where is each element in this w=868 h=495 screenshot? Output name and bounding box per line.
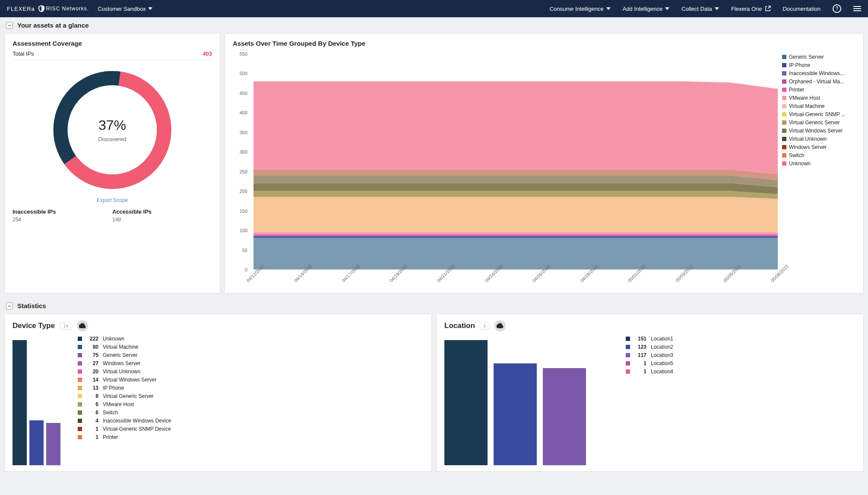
- location-title: Location: [444, 322, 475, 330]
- legend-swatch: [782, 120, 786, 125]
- legend-swatch: [782, 161, 786, 166]
- ip-columns: Inaccessible IPs 254 Accessible IPs 149: [13, 208, 212, 223]
- legend-swatch: [626, 337, 630, 341]
- external-link-icon: [765, 6, 771, 12]
- legend-swatch: [782, 129, 786, 133]
- legend-swatch: [782, 153, 786, 158]
- legend-swatch: [782, 137, 786, 141]
- legend-item[interactable]: IP Phone: [782, 62, 855, 68]
- legend-swatch: [626, 345, 630, 349]
- legend-item[interactable]: 14Virtual Windows Server: [78, 377, 424, 383]
- cloud-download-icon: [79, 323, 86, 328]
- legend-item[interactable]: Generic Server: [782, 54, 855, 60]
- collapse-button[interactable]: −: [6, 22, 13, 29]
- chevron-down-icon: [665, 7, 669, 10]
- legend-item[interactable]: VMware Host: [782, 95, 855, 101]
- legend-swatch: [782, 145, 786, 149]
- accessible-ips-value: 149: [112, 217, 212, 223]
- bar[interactable]: [444, 340, 488, 465]
- legend-item[interactable]: 75Generic Server: [78, 352, 424, 358]
- coverage-title: Assessment Coverage: [13, 40, 212, 47]
- legend-item[interactable]: 4Inaccessible Windows Device: [78, 418, 424, 424]
- nav-consume-intelligence[interactable]: Consume Intelligence: [550, 6, 611, 12]
- legend-swatch: [78, 410, 82, 415]
- legend-item[interactable]: Inaccessible Windows...: [782, 70, 855, 76]
- aot-legend: Generic ServerIP PhoneInaccessible Windo…: [782, 54, 855, 287]
- legend-item[interactable]: 117Location3: [626, 352, 855, 358]
- legend-item[interactable]: Virtual Machine: [782, 103, 855, 109]
- y-tick: 50: [242, 248, 247, 253]
- export-scope-link[interactable]: Export Scope: [13, 197, 212, 203]
- legend-swatch: [782, 112, 786, 117]
- legend-item[interactable]: 1Location4: [626, 369, 855, 375]
- legend-item[interactable]: Virtual Generic Server: [782, 120, 855, 126]
- help-button[interactable]: ?: [833, 4, 841, 13]
- legend-item[interactable]: 151Location1: [626, 336, 855, 342]
- legend-swatch: [78, 361, 82, 366]
- device-type-title: Device Type: [13, 322, 55, 330]
- y-tick: 550: [240, 51, 247, 57]
- inaccessible-ips-label: Inaccessible IPs: [13, 208, 112, 215]
- nav-documentation[interactable]: Documentation: [783, 6, 820, 12]
- nav-collect-data[interactable]: Collect Data: [681, 6, 719, 12]
- location-card: Location 5 151Location1123Location2117Lo…: [436, 314, 864, 472]
- bar[interactable]: [29, 420, 44, 466]
- menu-button[interactable]: [853, 6, 861, 11]
- legend-item[interactable]: 1Printer: [78, 434, 424, 440]
- legend-item[interactable]: Switch: [782, 152, 855, 158]
- legend-swatch: [78, 378, 82, 382]
- aot-chart[interactable]: 050100150200250300350400450500550 04/12/…: [233, 54, 778, 287]
- total-ips-label: Total IPs: [13, 50, 34, 57]
- legend-item[interactable]: 80Virtual Machine: [78, 344, 424, 350]
- device-type-bars[interactable]: [13, 336, 60, 465]
- legend-item[interactable]: 8Virtual Generic Server: [78, 393, 424, 399]
- legend-swatch: [782, 104, 786, 108]
- y-tick: 100: [240, 228, 247, 233]
- bar[interactable]: [46, 423, 60, 465]
- legend-item[interactable]: Virtual Windows Server: [782, 128, 855, 134]
- legend-item[interactable]: Orphaned - Virtual Ma...: [782, 79, 855, 85]
- legend-swatch: [78, 337, 82, 341]
- y-tick: 0: [245, 267, 247, 272]
- legend-item[interactable]: 6Switch: [78, 410, 424, 416]
- y-tick: 400: [240, 110, 247, 115]
- device-type-legend: 222Unknown80Virtual Machine75Generic Ser…: [78, 336, 424, 465]
- legend-item[interactable]: 6VMware Host: [78, 401, 424, 407]
- legend-item[interactable]: 13IP Phone: [78, 385, 424, 391]
- logo[interactable]: FLEXERa RISC Networks.: [7, 5, 89, 12]
- y-tick: 350: [240, 130, 247, 135]
- bar[interactable]: [543, 368, 586, 465]
- legend-item[interactable]: Unknown: [782, 161, 855, 167]
- legend-item[interactable]: Windows Server: [782, 144, 855, 150]
- bar[interactable]: [494, 363, 537, 465]
- legend-swatch: [78, 402, 82, 407]
- legend-item[interactable]: Printer: [782, 87, 855, 93]
- assessment-coverage-card: Assessment Coverage Total IPs 403 37% Di…: [4, 33, 220, 293]
- y-tick: 150: [240, 208, 247, 214]
- bar[interactable]: [13, 340, 27, 465]
- legend-swatch: [782, 88, 786, 92]
- location-bars[interactable]: [444, 336, 608, 465]
- legend-item[interactable]: 1Location5: [626, 360, 855, 366]
- nav-add-intelligence[interactable]: Add Intelligence: [623, 6, 670, 12]
- legend-swatch: [626, 361, 630, 366]
- device-type-card: Device Type 14 222Unknown80Virtual Machi…: [4, 314, 432, 472]
- download-button[interactable]: [494, 320, 506, 331]
- legend-swatch: [78, 419, 82, 423]
- legend-item[interactable]: 123Location2: [626, 344, 855, 350]
- legend-item[interactable]: Virtual Unknown: [782, 136, 855, 142]
- collapse-button[interactable]: −: [6, 303, 13, 309]
- y-tick: 200: [240, 189, 247, 194]
- legend-swatch: [782, 71, 786, 76]
- legend-swatch: [782, 55, 786, 59]
- nav-flexera-one[interactable]: Flexera One: [731, 6, 771, 12]
- sandbox-dropdown[interactable]: Customer Sandbox: [98, 6, 152, 12]
- legend-item[interactable]: 27Windows Server: [78, 360, 424, 366]
- legend-item[interactable]: 20Virtual Unknown: [78, 369, 424, 375]
- legend-item[interactable]: 222Unknown: [78, 336, 424, 342]
- legend-item[interactable]: 1Virtual-Generic SNMP Device: [78, 426, 424, 432]
- legend-item[interactable]: Virtual-Generic SNMP ...: [782, 111, 855, 117]
- coverage-donut[interactable]: 37% Discovered: [13, 65, 212, 195]
- logo-risc: RISC Networks.: [38, 5, 89, 12]
- download-button[interactable]: [77, 320, 88, 331]
